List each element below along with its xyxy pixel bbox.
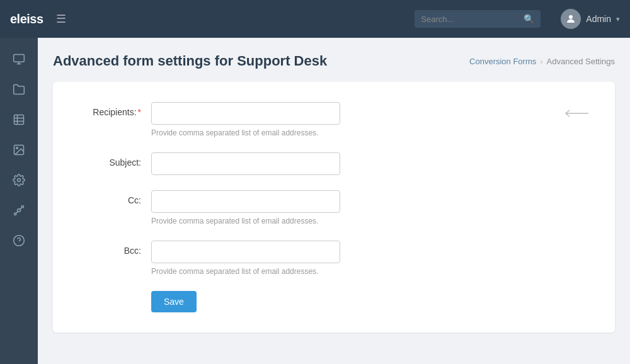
- content-area: Advanced form settings for Support Desk …: [38, 38, 630, 364]
- sidebar-item-dashboard[interactable]: [5, 45, 33, 73]
- sidebar-item-help[interactable]: [5, 227, 33, 254]
- svg-point-8: [14, 213, 16, 215]
- svg-point-4: [16, 147, 18, 149]
- svg-rect-2: [14, 115, 24, 125]
- sidebar-item-settings[interactable]: [5, 166, 33, 194]
- svg-point-11: [14, 236, 25, 246]
- cc-label: Cc:: [78, 190, 141, 205]
- menu-icon[interactable]: ☰: [56, 12, 66, 26]
- bcc-hint: Provide comma separated list of email ad…: [151, 267, 590, 276]
- bcc-row: Bcc: Provide comma separated list of ema…: [78, 241, 590, 276]
- subject-input[interactable]: [151, 152, 340, 175]
- required-indicator: *: [138, 107, 141, 117]
- breadcrumb-current: Advanced Settings: [547, 57, 615, 66]
- cc-hint: Provide comma separated list of email ad…: [151, 217, 590, 225]
- bcc-label: Bcc:: [78, 241, 141, 256]
- sidebar-item-integrations[interactable]: [5, 196, 33, 224]
- breadcrumb-parent[interactable]: Conversion Forms: [469, 57, 536, 66]
- svg-point-5: [18, 179, 21, 182]
- page-title: Advanced form settings for Support Desk: [53, 53, 327, 69]
- search-icon[interactable]: 🔍: [524, 14, 534, 24]
- recipients-input-col: Provide comma separated list of email ad…: [151, 102, 554, 137]
- save-row: Save: [151, 291, 590, 312]
- cc-input[interactable]: [151, 190, 340, 213]
- svg-point-7: [21, 206, 23, 208]
- svg-line-9: [20, 207, 21, 209]
- sidebar-item-folder[interactable]: [5, 76, 33, 103]
- bcc-input[interactable]: [151, 241, 340, 263]
- sidebar: [0, 38, 38, 364]
- cc-row: Cc: Provide comma separated list of emai…: [78, 190, 590, 225]
- breadcrumb: Conversion Forms › Advanced Settings: [469, 57, 615, 66]
- topbar: eleiss ☰ 🔍 Admin ▾: [0, 0, 630, 38]
- admin-menu[interactable]: Admin ▾: [561, 9, 620, 29]
- cc-input-col: Provide comma separated list of email ad…: [151, 190, 590, 225]
- form-card: Recipients:* Provide comma separated lis…: [53, 82, 615, 333]
- page-header: Advanced form settings for Support Desk …: [53, 53, 615, 69]
- avatar: [561, 9, 581, 29]
- recipients-row: Recipients:* Provide comma separated lis…: [78, 102, 590, 137]
- subject-row: Subject:: [78, 152, 590, 175]
- search-container: 🔍: [415, 10, 541, 28]
- recipients-hint: Provide comma separated list of email ad…: [151, 128, 554, 137]
- subject-input-col: [151, 152, 590, 175]
- breadcrumb-separator: ›: [540, 57, 542, 66]
- bcc-input-col: Provide comma separated list of email ad…: [151, 241, 590, 276]
- svg-line-10: [16, 211, 18, 213]
- sidebar-item-image[interactable]: [5, 136, 33, 164]
- sidebar-item-table[interactable]: [5, 106, 33, 134]
- main-layout: Advanced form settings for Support Desk …: [0, 38, 630, 364]
- recipients-input[interactable]: [151, 102, 340, 125]
- app-logo: eleiss: [10, 12, 43, 26]
- subject-label: Subject:: [78, 152, 141, 168]
- chevron-down-icon: ▾: [616, 15, 620, 23]
- left-arrow-icon: [564, 108, 590, 118]
- recipients-label: Recipients:*: [78, 102, 141, 117]
- search-input[interactable]: [421, 14, 518, 24]
- svg-point-0: [569, 15, 573, 19]
- save-button[interactable]: Save: [151, 291, 197, 312]
- admin-name: Admin: [586, 14, 611, 24]
- arrow-indicator: [564, 108, 590, 118]
- svg-rect-1: [14, 55, 25, 62]
